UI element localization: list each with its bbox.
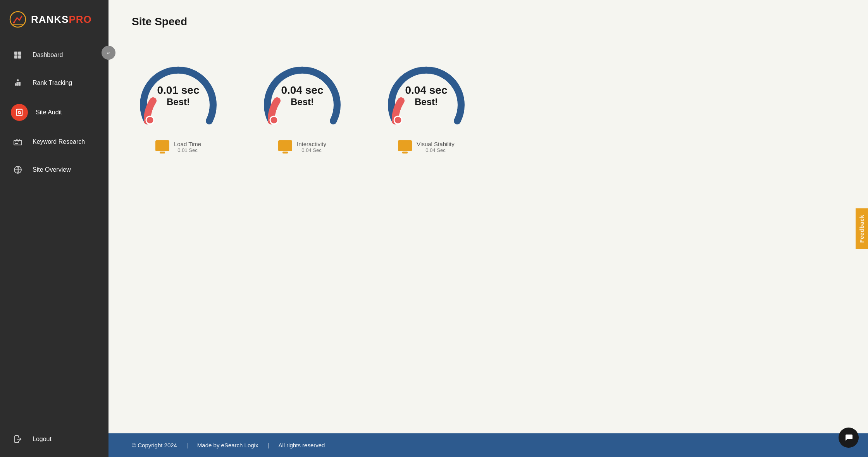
svg-rect-10 [19,82,21,86]
svg-rect-15 [17,141,17,142]
gauge-visual-stability: 0.04 sec Best! Visual Stability 0.04 Sec [380,55,473,153]
monitor-stand-interactivity [282,152,288,153]
footer: © Copyright 2024 | Made by eSearch Logix… [108,433,868,457]
gauge-svg-wrap-interactivity: 0.04 sec Best! [256,55,349,133]
gauge-value-visual-stability: 0.04 sec [405,84,448,97]
nav-items: Dashboard Rank Tracking Site Audit Keywo… [0,37,108,457]
sidebar-label-logout: Logout [33,436,52,443]
gauge-label-row-visual-stability: Visual Stability 0.04 Sec [398,140,454,153]
logo-icon [9,11,26,28]
collapse-icon: « [107,50,110,56]
svg-point-19 [146,116,154,124]
gauge-label-name-load-time: Load Time [174,141,201,147]
svg-rect-11 [17,109,22,116]
gauge-label-value-load-time: 0.01 Sec [174,147,201,153]
sidebar-label-dashboard: Dashboard [33,52,63,59]
svg-rect-16 [18,141,19,142]
sidebar-item-site-audit[interactable]: Site Audit [0,97,108,128]
sidebar-label-site-audit: Site Audit [36,109,62,116]
footer-copyright: © Copyright 2024 [132,442,177,448]
gauge-label-text-visual-stability: Visual Stability 0.04 Sec [417,141,454,153]
gauge-svg-wrap-load-time: 0.01 sec Best! [132,55,225,133]
logo-pro: PRO [69,14,91,25]
logout-icon [11,432,25,446]
sidebar: RANKSPRO « Dashboard Rank Tracking Site … [0,0,108,457]
main-content: Site Speed 0.01 sec Best! [108,0,868,457]
footer-sep1: | [186,442,188,448]
sidebar-item-keyword-research[interactable]: Keyword Research [0,128,108,156]
footer-made-by: Made by eSearch Logix [197,442,258,448]
logo-ranks: RANKS [31,14,69,25]
gauge-center-interactivity: 0.04 sec Best! [281,84,324,107]
content-area: Site Speed 0.01 sec Best! [108,0,868,433]
site-overview-icon [11,163,25,177]
logo-text: RANKSPRO [31,14,92,26]
gauge-label-text-load-time: Load Time 0.01 Sec [174,141,201,153]
sidebar-item-rank-tracking[interactable]: Rank Tracking [0,69,108,97]
gauge-interactivity: 0.04 sec Best! Interactivity 0.04 Sec [256,55,349,153]
gauge-center-visual-stability: 0.04 sec Best! [405,84,448,107]
sidebar-item-logout[interactable]: Logout [0,425,108,453]
page-title: Site Speed [132,16,845,28]
gauge-best-load-time: Best! [157,97,200,107]
gauge-value-interactivity: 0.04 sec [281,84,324,97]
gauge-label-row-interactivity: Interactivity 0.04 Sec [278,140,326,153]
svg-point-21 [394,116,402,124]
footer-sep2: | [267,442,269,448]
monitor-icon-visual-stability [398,140,412,151]
gauge-label-value-visual-stability: 0.04 Sec [417,147,454,153]
collapse-button[interactable]: « [102,46,115,60]
svg-rect-17 [15,143,18,144]
sidebar-item-dashboard[interactable]: Dashboard [0,41,108,69]
chat-icon [844,433,853,442]
gauge-value-load-time: 0.01 sec [157,84,200,97]
feedback-tab[interactable]: Feedback [856,208,868,249]
keyword-research-icon [11,135,25,149]
monitor-icon-interactivity [278,140,292,151]
gauge-best-visual-stability: Best! [405,97,448,107]
svg-rect-9 [17,83,19,86]
sidebar-label-site-overview: Site Overview [33,166,71,173]
monitor-stand-visual-stability [402,152,408,153]
svg-rect-8 [15,83,17,86]
site-audit-icon [11,104,28,121]
monitor-icon-load-time [155,140,169,151]
rank-tracking-icon [11,76,25,90]
gauge-load-time: 0.01 sec Best! Load Time 0.01 Sec [132,55,225,153]
logo-area: RANKSPRO [0,0,108,37]
gauges-row: 0.01 sec Best! Load Time 0.01 Sec [132,47,845,161]
gauge-label-row-load-time: Load Time 0.01 Sec [155,140,201,153]
gauge-label-value-interactivity: 0.04 Sec [297,147,326,153]
sidebar-label-keyword-research: Keyword Research [33,138,85,145]
svg-rect-14 [15,141,16,142]
svg-point-20 [270,116,278,124]
svg-rect-2 [14,52,17,55]
gauge-best-interactivity: Best! [281,97,324,107]
gauge-label-text-interactivity: Interactivity 0.04 Sec [297,141,326,153]
sidebar-label-rank-tracking: Rank Tracking [33,79,72,86]
gauge-center-load-time: 0.01 sec Best! [157,84,200,107]
chat-bubble[interactable] [839,428,859,448]
gauge-svg-wrap-visual-stability: 0.04 sec Best! [380,55,473,133]
sidebar-item-site-overview[interactable]: Site Overview [0,156,108,184]
gauge-label-name-visual-stability: Visual Stability [417,141,454,147]
svg-rect-13 [14,140,22,145]
footer-rights: All rights reserved [278,442,325,448]
dashboard-icon [11,48,25,62]
svg-rect-4 [14,55,17,59]
svg-point-1 [13,22,15,24]
svg-rect-7 [16,82,19,83]
svg-rect-3 [18,52,21,55]
monitor-stand-load-time [160,152,165,153]
svg-rect-5 [18,55,21,59]
gauge-label-name-interactivity: Interactivity [297,141,326,147]
svg-point-6 [17,79,19,81]
